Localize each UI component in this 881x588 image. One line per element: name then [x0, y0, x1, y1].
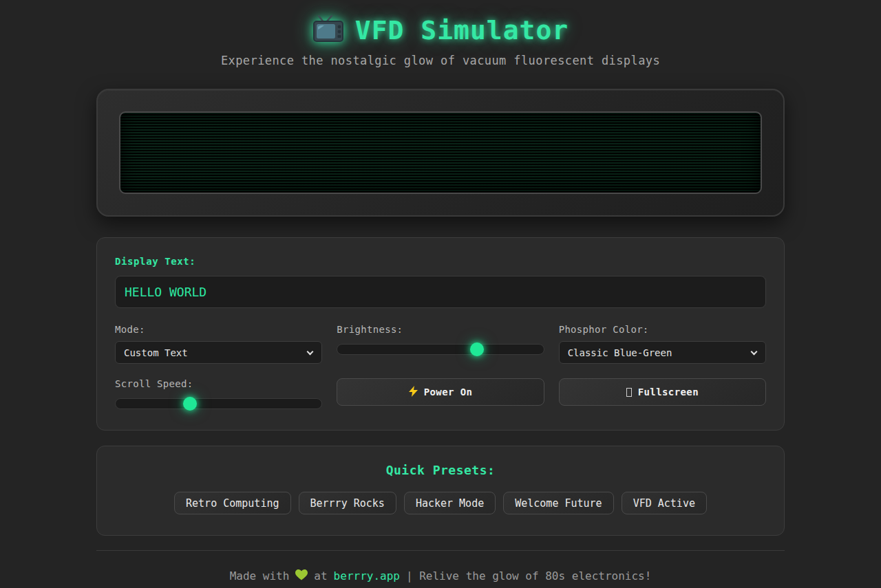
footer-made-with: Made with — [230, 569, 290, 582]
lightning-bolt-icon — [409, 386, 418, 399]
scroll-speed-field: Scroll Speed: — [115, 378, 322, 412]
vfd-display-frame — [96, 89, 785, 217]
presets-row: Retro Computing Berrry Rocks Hacker Mode… — [111, 492, 770, 514]
brightness-field: Brightness: — [337, 324, 544, 358]
preset-button-hacker-mode[interactable]: Hacker Mode — [404, 492, 496, 514]
page-container: VFD Simulator Experience the nostalgic g… — [96, 0, 785, 588]
phosphor-color-select[interactable]: Classic Blue-Green — [559, 341, 766, 364]
mode-select[interactable]: Custom Text — [115, 341, 322, 364]
header: VFD Simulator Experience the nostalgic g… — [96, 15, 785, 67]
green-heart-icon — [295, 569, 308, 583]
preset-button-welcome-future[interactable]: Welcome Future — [503, 492, 613, 514]
scroll-speed-slider[interactable] — [115, 398, 322, 409]
footer: Made with at berrry.app | Relive the glo… — [96, 550, 785, 588]
phosphor-color-field: Phosphor Color: Classic Blue-Green — [559, 324, 766, 364]
scroll-speed-label: Scroll Speed: — [115, 378, 322, 389]
footer-at: at — [314, 569, 327, 582]
display-text-label: Display Text: — [115, 256, 766, 267]
controls-panel: Display Text: Mode: Custom Text Brightne… — [96, 237, 785, 431]
fullscreen-label: Fullscreen — [638, 386, 699, 398]
mode-label: Mode: — [115, 324, 322, 335]
tv-icon — [312, 15, 344, 45]
fullscreen-icon — [626, 388, 632, 397]
phosphor-color-label: Phosphor Color: — [559, 324, 766, 335]
page-subtitle: Experience the nostalgic glow of vacuum … — [96, 54, 785, 67]
quick-presets-panel: Quick Presets: Retro Computing Berrry Ro… — [96, 446, 785, 536]
berrry-app-link[interactable]: berrry.app — [334, 569, 400, 582]
vfd-screen — [119, 111, 762, 194]
controls-grid: Mode: Custom Text Brightness: Phosphor C… — [115, 324, 766, 412]
preset-button-retro-computing[interactable]: Retro Computing — [174, 492, 290, 514]
mode-field: Mode: Custom Text — [115, 324, 322, 364]
page-title: VFD Simulator — [355, 15, 569, 45]
brightness-slider[interactable] — [337, 344, 544, 355]
footer-tagline: | Relive the glow of 80s electronics! — [406, 569, 651, 582]
power-on-label: Power On — [424, 386, 473, 398]
display-text-input[interactable] — [115, 276, 766, 308]
brightness-label: Brightness: — [337, 324, 544, 335]
fullscreen-button[interactable]: Fullscreen — [559, 378, 766, 406]
quick-presets-heading: Quick Presets: — [111, 463, 770, 477]
power-on-button[interactable]: Power On — [337, 378, 544, 406]
preset-button-berrry-rocks[interactable]: Berrry Rocks — [299, 492, 396, 514]
preset-button-vfd-active[interactable]: VFD Active — [622, 492, 707, 514]
